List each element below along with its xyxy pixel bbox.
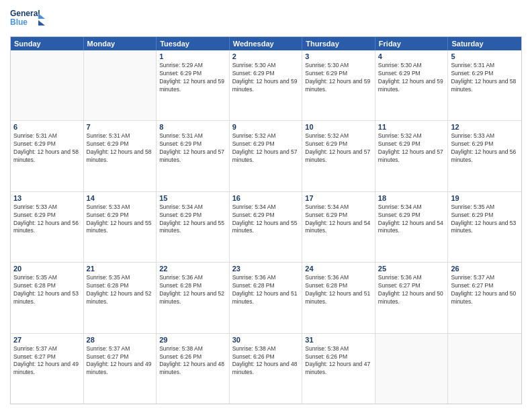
day-cell-19: 19Sunrise: 5:35 AMSunset: 6:29 PMDayligh… <box>448 192 521 262</box>
day-cell-20: 20Sunrise: 5:35 AMSunset: 6:28 PMDayligh… <box>11 263 84 332</box>
day-cell-3: 3Sunrise: 5:30 AMSunset: 6:29 PMDaylight… <box>302 50 375 120</box>
day-info: Sunrise: 5:37 AMSunset: 6:27 PMDaylight:… <box>87 345 154 377</box>
day-info: Sunrise: 5:38 AMSunset: 6:26 PMDaylight:… <box>232 345 300 377</box>
day-info: Sunrise: 5:34 AMSunset: 6:29 PMDaylight:… <box>305 203 372 236</box>
day-info: Sunrise: 5:36 AMSunset: 6:27 PMDaylight:… <box>378 274 445 306</box>
empty-cell <box>448 334 521 404</box>
header-cell-friday: Friday <box>375 37 449 50</box>
day-number: 14 <box>87 194 154 202</box>
day-number: 18 <box>378 194 445 202</box>
day-number: 13 <box>13 194 81 202</box>
day-number: 5 <box>451 52 519 60</box>
day-info: Sunrise: 5:30 AMSunset: 6:29 PMDaylight:… <box>232 62 300 94</box>
day-info: Sunrise: 5:33 AMSunset: 6:29 PMDaylight:… <box>451 132 519 165</box>
header-cell-thursday: Thursday <box>302 37 375 50</box>
header-cell-saturday: Saturday <box>448 37 521 50</box>
day-info: Sunrise: 5:37 AMSunset: 6:27 PMDaylight:… <box>451 274 519 306</box>
day-info: Sunrise: 5:30 AMSunset: 6:29 PMDaylight:… <box>378 62 445 94</box>
day-number: 21 <box>87 265 154 273</box>
day-info: Sunrise: 5:37 AMSunset: 6:27 PMDaylight:… <box>13 345 81 377</box>
day-cell-11: 11Sunrise: 5:32 AMSunset: 6:29 PMDayligh… <box>375 121 449 191</box>
day-cell-25: 25Sunrise: 5:36 AMSunset: 6:27 PMDayligh… <box>375 263 449 332</box>
day-cell-10: 10Sunrise: 5:32 AMSunset: 6:29 PMDayligh… <box>302 121 375 191</box>
calendar-row-4: 20Sunrise: 5:35 AMSunset: 6:28 PMDayligh… <box>11 263 521 333</box>
day-info: Sunrise: 5:29 AMSunset: 6:29 PMDaylight:… <box>159 62 226 94</box>
day-info: Sunrise: 5:31 AMSunset: 6:29 PMDaylight:… <box>13 132 81 165</box>
day-info: Sunrise: 5:38 AMSunset: 6:26 PMDaylight:… <box>305 345 372 377</box>
day-info: Sunrise: 5:33 AMSunset: 6:29 PMDaylight:… <box>13 203 81 236</box>
day-cell-1: 1Sunrise: 5:29 AMSunset: 6:29 PMDaylight… <box>157 50 230 120</box>
day-cell-7: 7Sunrise: 5:31 AMSunset: 6:29 PMDaylight… <box>84 121 157 191</box>
day-cell-5: 5Sunrise: 5:31 AMSunset: 6:29 PMDaylight… <box>448 50 521 120</box>
day-number: 15 <box>159 194 226 202</box>
day-cell-28: 28Sunrise: 5:37 AMSunset: 6:27 PMDayligh… <box>84 334 157 404</box>
day-number: 16 <box>232 194 300 202</box>
day-info: Sunrise: 5:32 AMSunset: 6:29 PMDaylight:… <box>232 132 300 165</box>
day-cell-8: 8Sunrise: 5:31 AMSunset: 6:29 PMDaylight… <box>157 121 230 191</box>
day-info: Sunrise: 5:36 AMSunset: 6:28 PMDaylight:… <box>232 274 300 306</box>
header-cell-monday: Monday <box>84 37 157 50</box>
day-cell-13: 13Sunrise: 5:33 AMSunset: 6:29 PMDayligh… <box>11 192 84 262</box>
day-info: Sunrise: 5:35 AMSunset: 6:28 PMDaylight:… <box>13 274 81 306</box>
empty-cell <box>84 50 157 120</box>
day-cell-12: 12Sunrise: 5:33 AMSunset: 6:29 PMDayligh… <box>448 121 521 191</box>
day-cell-4: 4Sunrise: 5:30 AMSunset: 6:29 PMDaylight… <box>375 50 449 120</box>
day-number: 2 <box>232 52 300 60</box>
logo-svg: General Blue <box>10 7 47 32</box>
day-number: 6 <box>13 123 81 131</box>
day-cell-9: 9Sunrise: 5:32 AMSunset: 6:29 PMDaylight… <box>230 121 303 191</box>
day-number: 23 <box>232 265 300 273</box>
day-number: 25 <box>378 265 445 273</box>
day-number: 20 <box>13 265 81 273</box>
day-info: Sunrise: 5:34 AMSunset: 6:29 PMDaylight:… <box>232 203 300 236</box>
day-number: 1 <box>159 52 226 60</box>
calendar-row-1: 1Sunrise: 5:29 AMSunset: 6:29 PMDaylight… <box>11 50 521 121</box>
day-cell-26: 26Sunrise: 5:37 AMSunset: 6:27 PMDayligh… <box>448 263 521 332</box>
calendar-body: 1Sunrise: 5:29 AMSunset: 6:29 PMDaylight… <box>11 50 521 404</box>
day-cell-21: 21Sunrise: 5:35 AMSunset: 6:28 PMDayligh… <box>84 263 157 332</box>
day-cell-15: 15Sunrise: 5:34 AMSunset: 6:29 PMDayligh… <box>157 192 230 262</box>
day-info: Sunrise: 5:36 AMSunset: 6:28 PMDaylight:… <box>159 274 226 306</box>
day-number: 30 <box>232 336 300 344</box>
day-number: 8 <box>159 123 226 131</box>
day-info: Sunrise: 5:31 AMSunset: 6:29 PMDaylight:… <box>451 62 519 94</box>
day-number: 28 <box>87 336 154 344</box>
day-number: 3 <box>305 52 372 60</box>
day-number: 24 <box>305 265 372 273</box>
day-number: 17 <box>305 194 372 202</box>
day-number: 31 <box>305 336 372 344</box>
day-info: Sunrise: 5:31 AMSunset: 6:29 PMDaylight:… <box>87 132 154 165</box>
day-cell-14: 14Sunrise: 5:33 AMSunset: 6:29 PMDayligh… <box>84 192 157 262</box>
day-cell-22: 22Sunrise: 5:36 AMSunset: 6:28 PMDayligh… <box>157 263 230 332</box>
day-info: Sunrise: 5:31 AMSunset: 6:29 PMDaylight:… <box>159 132 226 165</box>
header: General Blue <box>10 7 522 32</box>
calendar-row-3: 13Sunrise: 5:33 AMSunset: 6:29 PMDayligh… <box>11 192 521 263</box>
day-info: Sunrise: 5:34 AMSunset: 6:29 PMDaylight:… <box>159 203 226 236</box>
svg-text:General: General <box>10 9 40 18</box>
day-cell-23: 23Sunrise: 5:36 AMSunset: 6:28 PMDayligh… <box>230 263 303 332</box>
day-number: 22 <box>159 265 226 273</box>
day-info: Sunrise: 5:35 AMSunset: 6:28 PMDaylight:… <box>87 274 154 306</box>
calendar: SundayMondayTuesdayWednesdayThursdayFrid… <box>10 36 522 404</box>
day-number: 11 <box>378 123 445 131</box>
svg-marker-3 <box>38 20 45 26</box>
header-cell-sunday: Sunday <box>11 37 84 50</box>
header-cell-tuesday: Tuesday <box>157 37 230 50</box>
day-info: Sunrise: 5:32 AMSunset: 6:29 PMDaylight:… <box>378 132 445 165</box>
day-cell-18: 18Sunrise: 5:34 AMSunset: 6:29 PMDayligh… <box>375 192 449 262</box>
day-number: 29 <box>159 336 226 344</box>
day-cell-17: 17Sunrise: 5:34 AMSunset: 6:29 PMDayligh… <box>302 192 375 262</box>
day-info: Sunrise: 5:36 AMSunset: 6:28 PMDaylight:… <box>305 274 372 306</box>
day-number: 27 <box>13 336 81 344</box>
day-cell-29: 29Sunrise: 5:38 AMSunset: 6:26 PMDayligh… <box>157 334 230 404</box>
day-number: 19 <box>451 194 519 202</box>
header-cell-wednesday: Wednesday <box>230 37 303 50</box>
day-number: 4 <box>378 52 445 60</box>
day-cell-24: 24Sunrise: 5:36 AMSunset: 6:28 PMDayligh… <box>302 263 375 332</box>
day-info: Sunrise: 5:35 AMSunset: 6:29 PMDaylight:… <box>451 203 519 236</box>
day-cell-31: 31Sunrise: 5:38 AMSunset: 6:26 PMDayligh… <box>302 334 375 404</box>
day-number: 10 <box>305 123 372 131</box>
empty-cell <box>375 334 449 404</box>
day-cell-30: 30Sunrise: 5:38 AMSunset: 6:26 PMDayligh… <box>230 334 303 404</box>
day-number: 26 <box>451 265 519 273</box>
